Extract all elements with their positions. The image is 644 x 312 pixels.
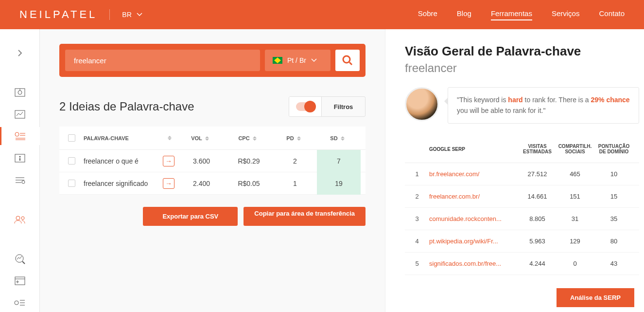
- visits-cell: 4.244: [519, 260, 556, 267]
- search-bar: Pt / Br: [59, 44, 366, 77]
- overview-keyword: freelancer: [405, 61, 639, 75]
- url-cell[interactable]: comunidade.rockconten...: [429, 215, 519, 222]
- rank-cell: 1: [405, 170, 429, 178]
- dom-cell: 15: [594, 193, 633, 200]
- sidebar-report-icon[interactable]: [0, 294, 40, 312]
- serp-row: 1 br.freelancer.com/ 27.512 465 10: [405, 163, 639, 185]
- select-all-checkbox[interactable]: [68, 134, 75, 142]
- serp-table: GOOGLE SERP VISITAS ESTIMADAS COMPARTILH…: [405, 136, 639, 275]
- export-arrow-icon[interactable]: →: [163, 156, 174, 166]
- sidebar-dashboard-icon[interactable]: [0, 83, 40, 101]
- nav-blog[interactable]: Blog: [457, 9, 471, 20]
- sidebar-list-icon[interactable]: [0, 171, 40, 189]
- sidebar-analysis-icon[interactable]: [0, 250, 40, 268]
- sd-cell: 7: [317, 150, 361, 172]
- vol-cell: 2.400: [178, 180, 225, 187]
- rank-cell: 2: [405, 193, 429, 200]
- main-nav: Sobre Blog Ferramentas Serviços Contato: [418, 9, 625, 20]
- nav-tools[interactable]: Ferramentas: [491, 9, 532, 20]
- row-checkbox[interactable]: [68, 180, 75, 187]
- svg-point-24: [15, 301, 18, 305]
- ideas-title: 2 Ideias de Palavra-chave: [59, 100, 194, 113]
- sidebar-users-icon[interactable]: [0, 211, 40, 229]
- cpc-cell: R$0.29: [225, 157, 273, 165]
- logo: NEILPATEL: [19, 8, 97, 21]
- header: NEILPATEL BR Sobre Blog Ferramentas Serv…: [0, 0, 644, 29]
- flag-br-icon: [273, 57, 282, 64]
- rank-cell: 5: [405, 260, 429, 267]
- svg-line-29: [349, 62, 352, 65]
- divider: [109, 9, 110, 20]
- social-cell: 151: [556, 193, 594, 200]
- sidebar-browser-icon[interactable]: [0, 272, 40, 290]
- keyword-ideas-pane: Pt / Br 2 Ideias de Palavra-chave Filtro…: [40, 29, 385, 312]
- visits-cell: 14.661: [519, 193, 556, 200]
- url-cell[interactable]: freelancer.com.br/: [429, 193, 519, 200]
- col-sd[interactable]: SD: [330, 135, 337, 141]
- svg-point-15: [22, 181, 25, 184]
- export-csv-button[interactable]: Exportar para CSV: [143, 207, 238, 226]
- serp-row: 3 comunidade.rockconten... 8.805 31 35: [405, 208, 639, 230]
- chevron-down-icon: [137, 13, 142, 17]
- serp-header: GOOGLE SERP VISITAS ESTIMADAS COMPARTILH…: [405, 136, 639, 163]
- cpc-cell: R$0.05: [225, 180, 273, 187]
- keyword-cell: freelancer significado: [84, 180, 159, 187]
- nav-about[interactable]: Sobre: [418, 9, 437, 20]
- sidebar-info-icon[interactable]: [0, 149, 40, 167]
- avatar: [405, 87, 439, 121]
- search-icon: [342, 55, 353, 66]
- col-cpc[interactable]: CPC: [238, 135, 249, 141]
- pd-cell: 2: [273, 157, 317, 165]
- overview-title: Visão Geral de Palavra-chave: [405, 44, 639, 59]
- col-pd[interactable]: PD: [286, 135, 294, 141]
- locale-label: BR: [122, 11, 131, 18]
- rank-cell: 3: [405, 215, 429, 222]
- locale-selector[interactable]: BR: [122, 11, 142, 18]
- keyword-table: PALAVRA-CHAVE VOL CPC PD SD freelancer o…: [59, 127, 366, 195]
- nav-services[interactable]: Serviços: [552, 9, 580, 20]
- dom-cell: 35: [594, 215, 633, 222]
- sort-icon[interactable]: [341, 136, 348, 141]
- url-cell[interactable]: br.freelancer.com/: [429, 170, 519, 178]
- svg-point-17: [21, 217, 24, 220]
- copy-clipboard-button[interactable]: Copiar para área de transferência: [244, 207, 366, 226]
- table-header: PALAVRA-CHAVE VOL CPC PD SD: [59, 127, 366, 150]
- svg-point-18: [16, 255, 23, 262]
- col-serp: GOOGLE SERP: [429, 147, 519, 152]
- tip-hard: hard: [508, 96, 522, 104]
- search-locale-label: Pt / Br: [287, 56, 306, 64]
- social-cell: 465: [556, 170, 594, 178]
- sort-icon[interactable]: [205, 136, 212, 141]
- sidebar-chart-icon[interactable]: [0, 105, 40, 123]
- view-toggle[interactable]: [289, 97, 321, 116]
- search-input[interactable]: [65, 50, 260, 71]
- svg-point-28: [343, 56, 350, 63]
- social-cell: 129: [556, 238, 594, 245]
- serp-analysis-button[interactable]: Análise da SERP: [557, 288, 634, 307]
- url-cell[interactable]: significados.com.br/free...: [429, 260, 519, 267]
- svg-point-1: [18, 91, 22, 94]
- sidebar-expand[interactable]: [0, 44, 40, 62]
- sort-icon[interactable]: [253, 136, 260, 141]
- search-locale-selector[interactable]: Pt / Br: [265, 50, 331, 71]
- sort-icon[interactable]: [297, 136, 304, 141]
- keyword-cell: freelancer o que é: [84, 157, 159, 165]
- col-domain: PONTUAÇÃO DE DOMÍNIO: [594, 144, 633, 154]
- sidebar-ideas-icon[interactable]: [0, 127, 40, 145]
- col-keyword[interactable]: PALAVRA-CHAVE: [84, 135, 161, 141]
- nav-contact[interactable]: Contato: [599, 9, 625, 20]
- row-checkbox[interactable]: [68, 157, 75, 165]
- col-visits: VISITAS ESTIMADAS: [519, 144, 556, 154]
- dom-cell: 10: [594, 170, 633, 178]
- search-button[interactable]: [335, 50, 360, 71]
- visits-cell: 27.512: [519, 170, 556, 178]
- col-social: COMPARTILH. SOCIAIS: [556, 144, 594, 154]
- url-cell[interactable]: pt.wikipedia.org/wiki/Fr...: [429, 238, 519, 245]
- sort-icon[interactable]: [168, 136, 174, 140]
- export-arrow-icon[interactable]: →: [163, 178, 174, 189]
- col-vol[interactable]: VOL: [191, 135, 202, 141]
- chevron-down-icon: [311, 58, 317, 62]
- filters-button[interactable]: Filtros: [321, 97, 365, 116]
- sidebar: [0, 29, 40, 312]
- dom-cell: 43: [594, 260, 633, 267]
